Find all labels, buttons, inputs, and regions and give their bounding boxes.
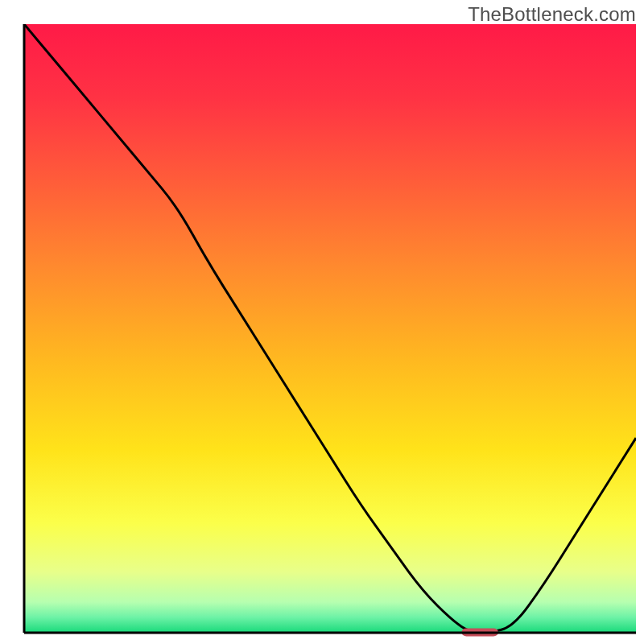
chart-container: TheBottleneck.com	[0, 0, 644, 644]
plot-background	[24, 24, 636, 633]
bottleneck-chart	[0, 0, 644, 644]
